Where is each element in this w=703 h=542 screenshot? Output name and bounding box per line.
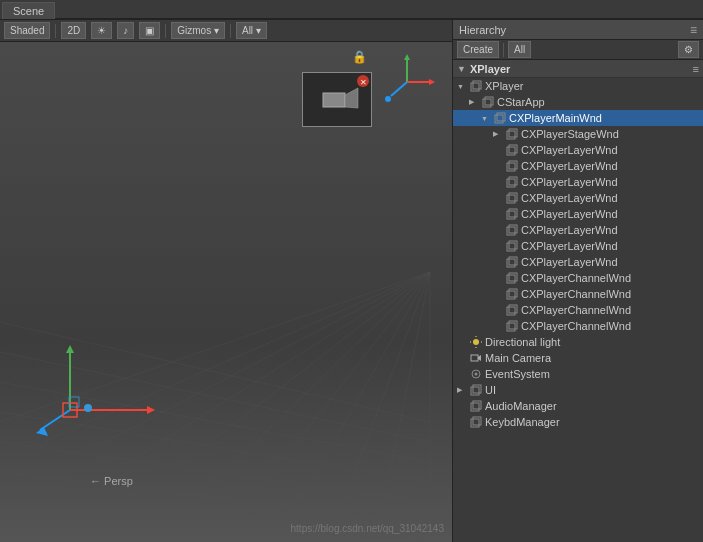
persp-label: ← Persp [90, 475, 133, 487]
tree-icon [469, 367, 483, 381]
tree-icon [469, 335, 483, 349]
svg-point-71 [473, 339, 479, 345]
tree-item[interactable]: ▼CXPlayerMainWnd [453, 110, 703, 126]
tree-arrow[interactable]: ▶ [457, 386, 467, 394]
tree-item-label: CXPlayerMainWnd [509, 112, 602, 124]
svg-rect-85 [473, 417, 481, 425]
audio-button[interactable]: ♪ [117, 22, 134, 39]
tree-item[interactable]: KeybdManager [453, 414, 703, 430]
svg-rect-66 [509, 289, 517, 297]
tree-icon [469, 399, 483, 413]
svg-rect-58 [509, 225, 517, 233]
svg-text:✕: ✕ [360, 78, 367, 87]
svg-point-79 [475, 373, 478, 376]
svg-rect-84 [471, 419, 479, 427]
tree-arrow[interactable]: ▶ [469, 98, 479, 106]
tree-item[interactable]: CXPlayerLayerWnd [453, 254, 703, 270]
tree-item[interactable]: CXPlayerChannelWnd [453, 270, 703, 286]
tree-item[interactable]: CXPlayerLayerWnd [453, 174, 703, 190]
tree-item-label: XPlayer [485, 80, 524, 92]
svg-rect-55 [507, 211, 515, 219]
svg-rect-68 [509, 305, 517, 313]
tree-item[interactable]: CXPlayerLayerWnd [453, 206, 703, 222]
svg-rect-45 [507, 131, 515, 139]
tree-item-label: KeybdManager [485, 416, 560, 428]
tree-item-label: CXPlayerLayerWnd [521, 144, 618, 156]
svg-rect-57 [507, 227, 515, 235]
svg-rect-80 [471, 387, 479, 395]
create-button[interactable]: Create [457, 41, 499, 58]
camera-gizmo [377, 52, 437, 112]
separator-h [503, 43, 504, 57]
tree-item[interactable]: CXPlayerLayerWnd [453, 238, 703, 254]
tree-arrow[interactable]: ▼ [457, 83, 467, 90]
watermark: https://blog.csdn.net/qq_31042143 [291, 523, 444, 534]
svg-rect-49 [507, 163, 515, 171]
all-dropdown[interactable]: All ▾ [236, 22, 267, 39]
svg-rect-54 [509, 193, 517, 201]
svg-rect-41 [483, 99, 491, 107]
svg-rect-65 [507, 291, 515, 299]
svg-rect-76 [471, 355, 478, 361]
tree-icon [505, 159, 519, 173]
scene-viewport[interactable]: 🔒 ✕ [0, 42, 452, 542]
tree-arrow[interactable]: ▶ [493, 130, 503, 138]
svg-marker-22 [429, 79, 435, 85]
hierarchy-tree: ▼XPlayer▶CStarApp▼CXPlayerMainWnd▶CXPlay… [453, 78, 703, 542]
svg-rect-63 [507, 275, 515, 283]
tree-icon [469, 415, 483, 429]
tree-item[interactable]: Directional light [453, 334, 703, 350]
hierarchy-settings[interactable]: ⚙ [678, 41, 699, 58]
shading-dropdown[interactable]: Shaded [4, 22, 50, 39]
tree-arrow[interactable]: ▼ [481, 115, 491, 122]
svg-line-34 [40, 410, 70, 430]
tree-item-label: CXPlayerLayerWnd [521, 192, 618, 204]
tree-icon [493, 111, 507, 125]
tree-item[interactable]: CXPlayerLayerWnd [453, 222, 703, 238]
svg-rect-59 [507, 243, 515, 251]
tree-item[interactable]: ▶CXPlayerStageWnd [453, 126, 703, 142]
tree-item-label: CXPlayerChannelWnd [521, 320, 631, 332]
tree-item[interactable]: ▶CStarApp [453, 94, 703, 110]
tree-icon [505, 175, 519, 189]
xplayer-label: XPlayer [470, 63, 510, 75]
tree-icon [505, 191, 519, 205]
svg-rect-42 [485, 97, 493, 105]
hierarchy-menu-icon[interactable]: ≡ [690, 23, 697, 37]
tree-item[interactable]: EventSystem [453, 366, 703, 382]
tree-item[interactable]: ▶UI [453, 382, 703, 398]
tree-item[interactable]: ▼XPlayer [453, 78, 703, 94]
tree-item[interactable]: CXPlayerChannelWnd [453, 302, 703, 318]
svg-rect-47 [507, 147, 515, 155]
gizmos-dropdown[interactable]: Gizmos ▾ [171, 22, 225, 39]
tree-item[interactable]: AudioManager [453, 398, 703, 414]
svg-rect-62 [509, 257, 517, 265]
tree-item[interactable]: CXPlayerLayerWnd [453, 190, 703, 206]
tree-item-label: CXPlayerLayerWnd [521, 240, 618, 252]
effects-button[interactable]: ▣ [139, 22, 160, 39]
svg-rect-52 [509, 177, 517, 185]
all-button[interactable]: All [508, 41, 531, 58]
sun-button[interactable]: ☀ [91, 22, 112, 39]
hierarchy-panel: Hierarchy ≡ Create All ⚙ ▼ XPlayer ≡ [453, 20, 703, 542]
svg-marker-33 [147, 406, 155, 414]
tree-item[interactable]: CXPlayerChannelWnd [453, 318, 703, 334]
svg-line-23 [391, 82, 407, 96]
xplayer-menu[interactable]: ≡ [693, 63, 699, 75]
tree-icon [505, 319, 519, 333]
tree-item[interactable]: CXPlayerLayerWnd [453, 142, 703, 158]
gizmo-svg [377, 52, 437, 112]
tree-icon [505, 271, 519, 285]
separator-3 [230, 24, 231, 38]
svg-rect-67 [507, 307, 515, 315]
svg-marker-31 [66, 345, 74, 353]
axes-svg [30, 330, 170, 450]
scene-tab[interactable]: Scene [2, 2, 55, 19]
tree-item[interactable]: Main Camera [453, 350, 703, 366]
tree-item-label: Directional light [485, 336, 560, 348]
tree-item[interactable]: CXPlayerChannelWnd [453, 286, 703, 302]
tree-item[interactable]: CXPlayerLayerWnd [453, 158, 703, 174]
tree-item-label: CStarApp [497, 96, 545, 108]
2d-button[interactable]: 2D [61, 22, 86, 39]
tree-icon [505, 143, 519, 157]
